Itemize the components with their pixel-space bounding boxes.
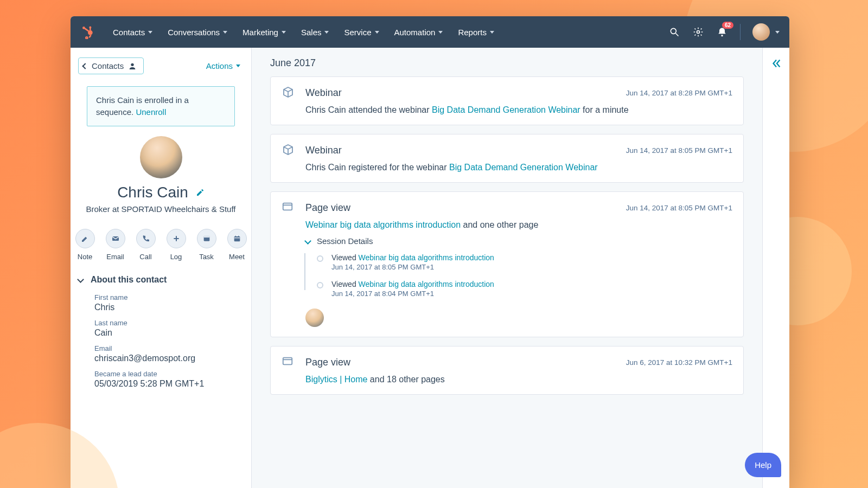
divider [740,24,741,40]
session-details-toggle[interactable]: Session Details [305,236,732,246]
field-email[interactable]: Email chriscain3@demospot.org [71,341,251,367]
contact-avatar [140,136,182,178]
svg-point-9 [697,31,700,34]
chevron-down-icon [282,31,286,34]
svg-point-6 [86,37,87,38]
user-avatar-icon [752,23,770,41]
session-item: Viewed Webinar big data algorithms intro… [331,250,732,277]
nav-service[interactable]: Service [336,16,386,48]
gear-icon[interactable] [692,26,704,38]
event-title: Webinar [305,145,342,156]
nav-reports[interactable]: Reports [450,16,502,48]
sequence-enrollment-banner: Chris Cain is enrolled in a sequence. Un… [87,86,235,126]
field-first-name[interactable]: First name Chris [71,290,251,316]
svg-point-4 [82,27,85,29]
event-link[interactable]: Big Data Demand Generation Webinar [449,163,598,172]
notifications-icon[interactable]: 62 [716,26,728,38]
about-section-toggle[interactable]: About this contact [71,267,251,290]
activity-timeline[interactable]: June 2017 Webinar Jun 14, 2017 at 8:28 P… [252,48,762,488]
event-title: Webinar [305,87,342,99]
search-icon[interactable] [668,26,680,38]
email-label: Email [106,253,124,261]
svg-line-8 [676,34,679,36]
chevron-down-icon [304,237,311,245]
email-button[interactable]: Email [106,229,125,261]
svg-rect-3 [84,28,89,31]
log-label: Log [170,253,182,261]
visitor-avatar-icon [305,309,324,327]
contact-subtitle: Broker at SPORTAID Wheelchairs & Stuff [80,204,241,214]
log-button[interactable]: Log [167,229,186,261]
cube-icon [282,86,296,100]
chevron-down-icon [223,31,227,34]
chevron-down-icon [148,31,152,34]
chevron-down-icon [375,31,379,34]
chevron-down-icon [438,31,443,34]
notification-badge: 62 [722,22,733,29]
call-label: Call [139,253,151,261]
edit-icon[interactable] [196,188,205,197]
nav-conversations[interactable]: Conversations [160,16,235,48]
cube-icon [282,143,296,157]
nav-sales[interactable]: Sales [293,16,337,48]
browser-icon [282,355,296,369]
back-label: Contacts [92,61,124,70]
expand-right-panel-icon[interactable] [770,57,782,488]
chevron-left-icon [82,63,88,69]
chevron-down-icon [324,31,329,34]
contact-sidebar: Contacts Actions Chris Cain is enrolled … [71,48,252,488]
person-icon [128,62,137,70]
quick-action-row: Note Email Call Log Task [71,220,251,267]
timeline-month-header: June 2017 [258,48,756,76]
field-became-lead-date[interactable]: Became a lead date 05/03/2019 5:28 PM GM… [71,367,251,392]
chevron-down-icon [236,65,240,67]
help-button[interactable]: Help [745,453,781,477]
meet-label: Meet [229,253,245,261]
unenroll-link[interactable]: Unenroll [136,107,166,117]
browser-icon [282,201,296,215]
svg-point-7 [671,28,676,34]
svg-point-10 [721,35,723,36]
event-timestamp: Jun 6, 2017 at 10:32 PM GMT+1 [626,358,732,367]
note-button[interactable]: Note [75,229,95,261]
event-title: Page view [305,357,350,368]
nav-contacts[interactable]: Contacts [105,16,160,48]
call-button[interactable]: Call [136,229,156,261]
event-title: Page view [305,202,350,214]
top-navbar: Contacts Conversations Marketing Sales S… [71,16,789,48]
timeline-card: Webinar Jun 14, 2017 at 8:28 PM GMT+1 Ch… [270,76,744,125]
back-to-contacts-button[interactable]: Contacts [78,57,144,74]
actions-menu[interactable]: Actions [206,61,240,70]
task-label: Task [199,253,214,261]
svg-rect-17 [234,236,240,241]
event-link[interactable]: Webinar big data algorithms introduction [305,220,461,229]
svg-rect-21 [283,203,292,210]
svg-point-11 [131,63,134,66]
account-menu[interactable] [752,23,780,41]
timeline-card: Webinar Jun 14, 2017 at 8:05 PM GMT+1 Ch… [270,134,744,183]
contact-name: Chris Cain [117,184,188,201]
nav-automation[interactable]: Automation [387,16,451,48]
timeline-card: Page view Jun 14, 2017 at 8:05 PM GMT+1 … [270,191,744,337]
svg-rect-16 [203,236,209,237]
event-link[interactable]: Big Data Demand Generation Webinar [432,105,580,114]
event-timestamp: Jun 14, 2017 at 8:05 PM GMT+1 [626,204,732,212]
event-timestamp: Jun 14, 2017 at 8:05 PM GMT+1 [626,146,732,155]
right-panel-collapsed [762,48,789,488]
svg-rect-23 [283,358,292,365]
chevron-down-icon [77,276,84,283]
nav-marketing[interactable]: Marketing [235,16,293,48]
hubspot-logo-icon[interactable] [80,24,95,40]
chevron-down-icon [775,31,780,34]
task-button[interactable]: Task [197,229,216,261]
session-link[interactable]: Webinar big data algorithms introduction [359,280,494,288]
session-item: Viewed Webinar big data algorithms intro… [331,277,732,303]
event-link[interactable]: Biglytics | Home [305,375,367,384]
svg-point-5 [89,26,91,28]
field-last-name[interactable]: Last name Cain [71,316,251,341]
meet-button[interactable]: Meet [227,229,247,261]
event-timestamp: Jun 14, 2017 at 8:28 PM GMT+1 [626,89,732,97]
session-link[interactable]: Webinar big data algorithms introduction [359,253,494,262]
note-label: Note [78,253,92,261]
chevron-down-icon [490,31,494,34]
